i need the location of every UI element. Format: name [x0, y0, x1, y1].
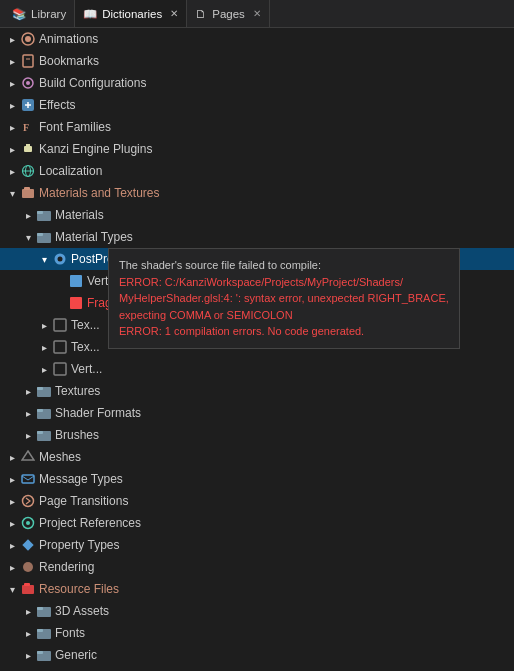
textures-icon: [36, 383, 52, 399]
tree-item-generic[interactable]: Generic: [0, 644, 514, 666]
tab-dictionaries-close[interactable]: ✕: [170, 8, 178, 19]
bookmarks-label: Bookmarks: [39, 54, 99, 68]
tree-item-font-families[interactable]: F Font Families: [0, 116, 514, 138]
tree-item-images[interactable]: Images: [0, 666, 514, 671]
kanzi-engine-plugins-label: Kanzi Engine Plugins: [39, 142, 152, 156]
tree-item-tex1[interactable]: Tex...: [0, 314, 514, 336]
tree-item-materials[interactable]: Materials: [0, 204, 514, 226]
meshes-label: Meshes: [39, 450, 81, 464]
arrow-postprocessingblit: [36, 251, 52, 267]
arrow-project-references: [4, 515, 20, 531]
svg-rect-26: [54, 341, 66, 353]
brushes-icon: [36, 427, 52, 443]
tree-item-fragment-shader[interactable]: Fragment Shader: [0, 292, 514, 314]
generic-icon: [36, 647, 52, 663]
textures-label: Textures: [55, 384, 100, 398]
tree-item-message-types[interactable]: Message Types: [0, 468, 514, 490]
svg-point-5: [26, 81, 30, 85]
svg-rect-33: [37, 431, 43, 434]
svg-rect-42: [24, 583, 30, 586]
tree-item-fonts[interactable]: Fonts: [0, 622, 514, 644]
tree-item-project-references[interactable]: Project References: [0, 512, 514, 534]
localization-label: Localization: [39, 164, 102, 178]
bookmarks-icon: [20, 53, 36, 69]
localization-icon: [20, 163, 36, 179]
svg-rect-20: [37, 233, 43, 236]
tab-pages-close[interactable]: ✕: [253, 8, 261, 19]
arrow-property-types: [4, 537, 20, 553]
generic-label: Generic: [55, 648, 97, 662]
arrow-rendering: [4, 559, 20, 575]
materials-and-textures-label: Materials and Textures: [39, 186, 160, 200]
arrow-meshes: [4, 449, 20, 465]
tree-item-animations[interactable]: Animations: [0, 28, 514, 50]
svg-text:F: F: [23, 122, 29, 133]
tree-item-postprocessingblit[interactable]: PostProcessingBlit: [0, 248, 514, 270]
resource-files-icon: [20, 581, 36, 597]
tree-item-material-types[interactable]: Material Types: [0, 226, 514, 248]
tab-library-label: Library: [31, 8, 66, 20]
tree-item-textures[interactable]: Textures: [0, 380, 514, 402]
svg-rect-11: [26, 144, 30, 146]
tab-library[interactable]: 📚 Library: [4, 0, 75, 27]
svg-point-40: [23, 562, 33, 572]
tree-item-materials-and-textures[interactable]: Materials and Textures: [0, 182, 514, 204]
library-icon: 📚: [12, 7, 26, 21]
arrow-resource-files: [4, 581, 20, 597]
tab-dictionaries[interactable]: 📖 Dictionaries ✕: [75, 0, 187, 27]
arrow-tex1: [36, 317, 52, 333]
tree-item-vertex-shader[interactable]: Vertex Shader: [0, 270, 514, 292]
svg-rect-23: [70, 275, 82, 287]
svg-rect-2: [23, 55, 33, 67]
tree-item-bookmarks[interactable]: Bookmarks: [0, 50, 514, 72]
tree-item-vert[interactable]: Vert...: [0, 358, 514, 380]
arrow-kanzi-engine-plugins: [4, 141, 20, 157]
tab-bar: 📚 Library 📖 Dictionaries ✕ 🗋 Pages ✕: [0, 0, 514, 28]
page-transitions-label: Page Transitions: [39, 494, 128, 508]
arrow-shader-formats: [20, 405, 36, 421]
tree-item-property-types[interactable]: Property Types: [0, 534, 514, 556]
arrow-3d-assets: [20, 603, 36, 619]
arrow-brushes: [20, 427, 36, 443]
tree-item-rendering[interactable]: Rendering: [0, 556, 514, 578]
arrow-tex2: [36, 339, 52, 355]
arrow-generic: [20, 647, 36, 663]
fragment-shader-icon: [68, 295, 84, 311]
svg-rect-39: [22, 539, 33, 550]
shader-formats-icon: [36, 405, 52, 421]
page-transitions-icon: [20, 493, 36, 509]
tab-pages[interactable]: 🗋 Pages ✕: [187, 0, 270, 27]
rendering-icon: [20, 559, 36, 575]
svg-rect-27: [54, 363, 66, 375]
fonts-icon: [36, 625, 52, 641]
tree-view: Animations Bookmarks Build Configuration…: [0, 28, 514, 671]
vert-label: Vert...: [71, 362, 102, 376]
arrow-page-transitions: [4, 493, 20, 509]
materials-icon: [36, 207, 52, 223]
tree-item-shader-formats[interactable]: Shader Formats: [0, 402, 514, 424]
materials-and-textures-icon: [20, 185, 36, 201]
dictionaries-icon: 📖: [83, 7, 97, 21]
tree-item-3d-assets[interactable]: 3D Assets: [0, 600, 514, 622]
vertex-shader-label: Vertex Shader: [87, 274, 163, 288]
resource-files-label: Resource Files: [39, 582, 119, 596]
arrow-localization: [4, 163, 20, 179]
tree-item-kanzi-engine-plugins[interactable]: Kanzi Engine Plugins: [0, 138, 514, 160]
meshes-icon: [20, 449, 36, 465]
tree-item-resource-files[interactable]: Resource Files: [0, 578, 514, 600]
font-families-label: Font Families: [39, 120, 111, 134]
arrow-animations: [4, 31, 20, 47]
tab-dictionaries-label: Dictionaries: [102, 8, 162, 20]
tree-item-page-transitions[interactable]: Page Transitions: [0, 490, 514, 512]
tree-item-brushes[interactable]: Brushes: [0, 424, 514, 446]
tree-item-meshes[interactable]: Meshes: [0, 446, 514, 468]
tree-item-localization[interactable]: Localization: [0, 160, 514, 182]
build-configurations-icon: [20, 75, 36, 91]
tree-item-tex2[interactable]: Tex...: [0, 336, 514, 358]
tree-item-effects[interactable]: Effects: [0, 94, 514, 116]
material-types-icon: [36, 229, 52, 245]
rendering-label: Rendering: [39, 560, 94, 574]
arrow-effects: [4, 97, 20, 113]
vertex-shader-icon: [68, 273, 84, 289]
tree-item-build-configurations[interactable]: Build Configurations: [0, 72, 514, 94]
